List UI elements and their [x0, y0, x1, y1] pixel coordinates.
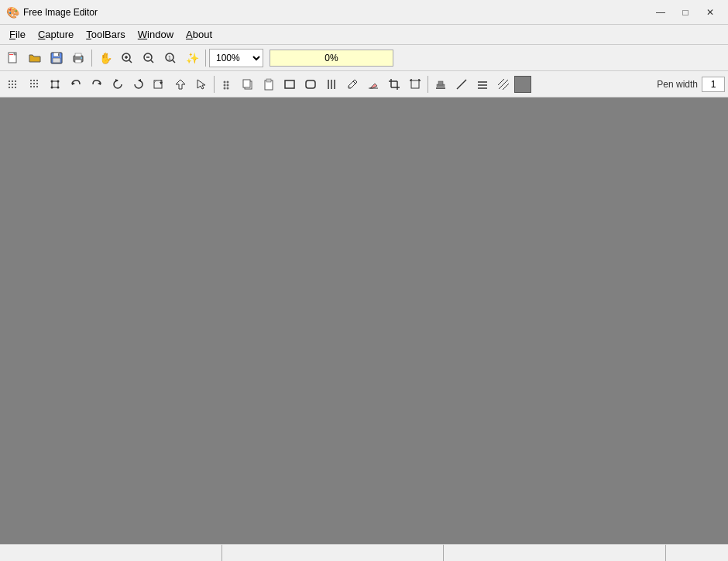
paste-button[interactable]	[259, 74, 279, 94]
toolbar2: Pen width	[0, 71, 728, 97]
v-lines-icon	[325, 78, 338, 91]
menu-bar: File Capture ToolBars Window About	[0, 25, 728, 45]
svg-point-47	[227, 87, 229, 89]
rounded-rect-button[interactable]	[300, 74, 321, 94]
app-title: Free Image Editor	[23, 7, 98, 18]
rect-icon	[283, 78, 296, 91]
svg-rect-5	[53, 58, 60, 63]
crop2-button[interactable]	[405, 74, 425, 94]
svg-point-10	[81, 57, 82, 59]
pan-button[interactable]: ✋	[95, 48, 115, 68]
arrow-button[interactable]	[170, 74, 191, 94]
svg-marker-41	[197, 80, 205, 89]
svg-rect-27	[52, 81, 58, 87]
line-button[interactable]	[452, 74, 472, 94]
menu-about[interactable]: About	[180, 27, 218, 42]
grip-button[interactable]	[217, 74, 237, 94]
progress-bar-label: 0%	[325, 53, 338, 63]
undo-button[interactable]	[66, 74, 86, 94]
svg-rect-8	[75, 53, 81, 56]
rounded-rect-icon	[304, 78, 317, 91]
app-icon: 🎨	[6, 6, 19, 19]
copy-button[interactable]	[238, 74, 258, 94]
separator2	[205, 50, 206, 67]
hand-icon: ✋	[99, 52, 112, 64]
svg-marker-40	[176, 80, 185, 89]
title-bar: 🎨 Free Image Editor — □ ✕	[0, 0, 728, 25]
eraser-icon	[367, 78, 379, 91]
diag-lines-icon	[497, 78, 510, 91]
rotate-ccw-icon	[112, 78, 124, 91]
close-button[interactable]: ✕	[699, 4, 722, 21]
eraser-button[interactable]	[363, 74, 383, 94]
toolbar1: ✋ 1 ✨ 100% 25% 50% 75% 150% 200%	[0, 45, 728, 71]
svg-rect-52	[285, 80, 294, 88]
crop-button[interactable]	[384, 74, 404, 94]
maximize-button[interactable]: □	[674, 4, 697, 21]
print-button[interactable]	[68, 48, 88, 68]
zoom-in-button[interactable]	[117, 48, 137, 68]
svg-rect-70	[438, 81, 443, 85]
magic-wand-button[interactable]: ✨	[182, 48, 202, 68]
menu-window[interactable]: Window	[132, 27, 180, 42]
color-swatch[interactable]	[514, 76, 531, 93]
open-button[interactable]	[25, 48, 45, 68]
zoom-out-button[interactable]	[139, 48, 159, 68]
copy-icon	[242, 78, 254, 91]
new-button[interactable]	[3, 48, 23, 68]
diag-lines-button[interactable]	[493, 74, 513, 94]
select-cols-button[interactable]	[24, 74, 44, 94]
zoom-out-icon	[143, 52, 155, 64]
svg-rect-2	[9, 54, 13, 55]
menu-toolbars[interactable]: ToolBars	[80, 27, 132, 42]
svg-point-29	[57, 80, 60, 82]
copy-image-button[interactable]	[149, 74, 170, 94]
svg-line-19	[173, 60, 175, 63]
minimize-button[interactable]: —	[649, 4, 672, 21]
menu-file[interactable]: File	[3, 27, 32, 42]
transform-button[interactable]	[45, 74, 65, 94]
h-lines-button[interactable]	[472, 74, 493, 94]
save-button[interactable]	[46, 48, 67, 68]
zoom-select[interactable]: 100% 25% 50% 75% 150% 200%	[209, 49, 263, 67]
svg-marker-33	[98, 82, 101, 85]
svg-point-44	[224, 84, 226, 86]
select-rows-button[interactable]	[3, 74, 23, 94]
redo-button[interactable]	[87, 74, 107, 94]
stamp-button[interactable]	[431, 74, 451, 94]
separator4	[428, 76, 428, 93]
canvas-area	[0, 97, 728, 544]
rect-button[interactable]	[280, 74, 300, 94]
pointer-icon	[195, 78, 208, 91]
select-cols-icon	[28, 78, 40, 91]
svg-line-72	[457, 80, 466, 89]
new-icon	[7, 52, 19, 64]
svg-point-42	[224, 80, 226, 83]
svg-line-12	[129, 60, 132, 63]
rotate-cw-icon	[132, 78, 145, 91]
separator1	[91, 50, 92, 67]
rotate-cw-button[interactable]	[129, 74, 149, 94]
select-rows-icon	[7, 78, 19, 91]
menu-capture[interactable]: Capture	[32, 27, 80, 42]
pointer-button[interactable]	[191, 74, 211, 94]
svg-rect-49	[243, 80, 250, 87]
print-icon	[72, 52, 84, 64]
pen-width-input[interactable]	[702, 77, 725, 92]
svg-point-45	[227, 84, 229, 86]
open-icon	[29, 52, 41, 64]
status-bar	[0, 544, 728, 561]
zoom-reset-button[interactable]: 1	[160, 48, 180, 68]
svg-point-43	[227, 80, 229, 83]
rotate-ccw-button[interactable]	[108, 74, 128, 94]
v-lines-button[interactable]	[321, 74, 342, 94]
svg-point-30	[51, 86, 53, 88]
progress-bar: 0%	[270, 50, 393, 67]
svg-point-28	[51, 80, 53, 82]
arrow-icon	[174, 78, 187, 91]
line-icon	[455, 78, 468, 91]
pencil-icon	[346, 78, 359, 91]
svg-rect-53	[306, 80, 315, 88]
undo-icon	[70, 78, 82, 91]
pencil-button[interactable]	[342, 74, 362, 94]
